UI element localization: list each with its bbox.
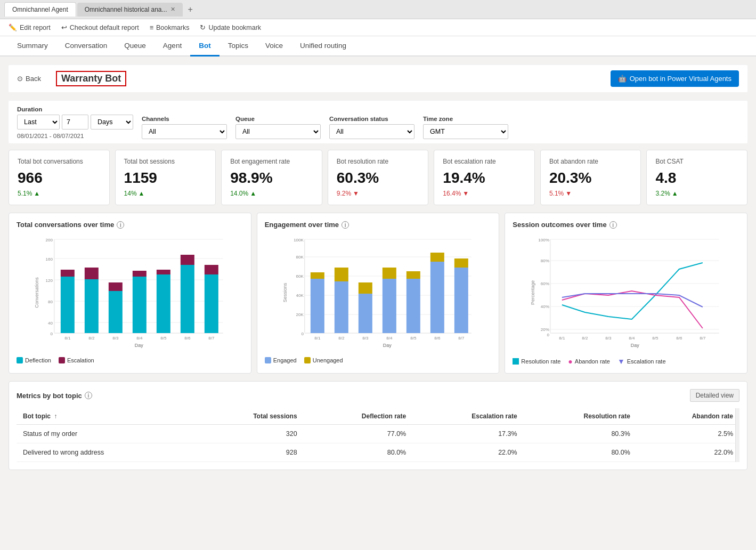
conversation-status-select[interactable]: All [329, 124, 414, 139]
duration-filter: Duration Last Days 08/01/2021 - 08/07/20… [17, 106, 133, 139]
escalation-color [59, 357, 65, 363]
tab-topics[interactable]: Topics [220, 36, 257, 56]
col-header-abandon: Abandon rate [637, 408, 739, 425]
svg-rect-32 [205, 274, 218, 333]
svg-text:8/3: 8/3 [606, 336, 612, 341]
svg-text:8/5: 8/5 [653, 336, 659, 341]
scrollbar[interactable] [735, 408, 739, 462]
legend-engaged: Engaged [265, 357, 297, 363]
open-bot-button[interactable]: 🤖 Open bot in Power Virtual Agents [611, 70, 739, 87]
tab-voice[interactable]: Voice [257, 36, 291, 56]
svg-text:60K: 60K [296, 274, 304, 279]
svg-text:40: 40 [48, 321, 53, 326]
svg-rect-56 [359, 294, 372, 333]
table-row: Delivered to wrong address 928 80.0% 22.… [17, 443, 739, 462]
back-button[interactable]: ⊙ Back [17, 75, 41, 83]
svg-rect-50 [311, 279, 324, 333]
info-icon[interactable]: i [342, 221, 349, 229]
kpi-title: Bot abandon rate [549, 158, 632, 165]
sort-icon[interactable]: ↑ [54, 412, 57, 420]
chart-area: Conversations 200 160 120 80 40 0 [17, 234, 243, 353]
svg-text:120: 120 [45, 278, 53, 283]
bookmarks-btn[interactable]: ≡ Bookmarks [150, 24, 190, 31]
conversations-chart: Total conversations over time i Conversa… [9, 213, 251, 374]
kpi-row: Total bot conversations 966 5.1% ▲ Total… [9, 150, 747, 205]
kpi-title: Bot escalation rate [443, 158, 526, 165]
duration-option-select[interactable]: Last [17, 115, 60, 130]
svg-text:8/7: 8/7 [458, 336, 465, 341]
svg-text:8/2: 8/2 [88, 336, 95, 341]
kpi-title: Bot CSAT [655, 158, 738, 165]
deflection-color [17, 357, 23, 363]
queue-filter: Queue All [235, 116, 321, 139]
tab-unified-routing[interactable]: Unified routing [291, 36, 355, 56]
svg-text:20K: 20K [296, 312, 304, 317]
svg-text:8/6: 8/6 [434, 336, 441, 341]
cell-abandon: 22.0% [637, 443, 739, 462]
add-tab-icon[interactable]: + [185, 4, 196, 15]
svg-rect-29 [181, 265, 194, 333]
tab-agent[interactable]: Agent [155, 36, 190, 56]
tab-omnichannel-agent[interactable]: Omnichannel Agent [4, 2, 76, 17]
bookmarks-icon: ≡ [150, 24, 153, 31]
svg-text:8/6: 8/6 [677, 336, 683, 341]
tab-summary[interactable]: Summary [9, 36, 56, 56]
info-icon[interactable]: i [85, 392, 92, 399]
kpi-value: 20.3% [549, 169, 632, 187]
duration-value-input[interactable] [62, 115, 88, 130]
svg-rect-24 [133, 271, 147, 277]
col-header-topic: Bot topic ↑ [17, 408, 196, 425]
cell-abandon: 2.5% [637, 425, 739, 443]
edit-report-btn[interactable]: ✏️ Edit report [9, 23, 51, 31]
svg-text:8/2: 8/2 [338, 336, 345, 341]
queue-select[interactable]: All [235, 124, 321, 139]
trend-icon: ▲ [34, 190, 40, 197]
bot-icon: 🤖 [618, 75, 627, 83]
svg-text:160: 160 [45, 257, 53, 262]
svg-text:200: 200 [45, 238, 53, 242]
chart-area: Percentage 100% 80% 60% 40% 20% 0 [513, 234, 739, 353]
svg-text:8/1: 8/1 [559, 336, 566, 341]
svg-text:100K: 100K [294, 238, 304, 242]
svg-text:100%: 100% [539, 238, 549, 242]
tab-queue[interactable]: Queue [116, 36, 155, 56]
info-icon[interactable]: i [117, 221, 124, 229]
kpi-card-2: Bot engagement rate 98.9% 14.0% ▲ [221, 150, 322, 205]
svg-rect-17 [85, 279, 99, 333]
col-header-resolution: Resolution rate [524, 408, 637, 425]
table-title: Metrics by bot topic i [17, 392, 92, 400]
tab-historical[interactable]: Omnichannel historical ana... ✕ [77, 3, 183, 17]
kpi-card-1: Total bot sessions 1159 14% ▲ [115, 150, 216, 205]
cell-resolution: 80.0% [524, 443, 637, 462]
tab-bot[interactable]: Bot [190, 36, 220, 56]
legend-deflection: Deflection [17, 357, 51, 363]
cell-escalation: 17.3% [412, 425, 523, 443]
kpi-card-4: Bot escalation rate 19.4% 16.4% ▼ [434, 150, 535, 205]
update-bookmark-btn[interactable]: ↻ Update bookmark [200, 23, 261, 31]
svg-rect-63 [407, 271, 420, 279]
checkout-default-btn[interactable]: ↩ Checkout default report [61, 23, 139, 31]
channels-select[interactable]: All [142, 124, 227, 139]
svg-rect-18 [85, 268, 99, 279]
trend-icon: ▲ [139, 190, 145, 197]
svg-text:0: 0 [50, 331, 53, 336]
tab-label: Omnichannel Agent [12, 6, 68, 13]
tab-conversation[interactable]: Conversation [56, 36, 116, 56]
info-icon[interactable]: i [609, 221, 617, 229]
trend-icon: ▲ [250, 190, 256, 197]
conversation-status-filter: Conversation status All [329, 116, 414, 139]
svg-text:8/4: 8/4 [136, 336, 143, 341]
timezone-select[interactable]: GMT [423, 124, 508, 139]
cell-topic: Delivered to wrong address [17, 443, 196, 462]
cell-escalation: 22.0% [412, 443, 523, 462]
kpi-change: 5.1% ▼ [549, 190, 632, 197]
close-icon[interactable]: ✕ [170, 6, 175, 13]
outcomes-chart-svg: Percentage 100% 80% 60% 40% 20% 0 [513, 234, 739, 351]
detailed-view-button[interactable]: Detailed view [690, 389, 739, 402]
duration-unit-select[interactable]: Days [91, 115, 133, 130]
browser-tabs: Omnichannel Agent Omnichannel historical… [0, 0, 756, 19]
svg-text:Day: Day [383, 343, 392, 348]
svg-text:8/3: 8/3 [112, 336, 119, 341]
svg-text:8/5: 8/5 [410, 336, 417, 341]
svg-text:Percentage: Percentage [530, 280, 535, 305]
